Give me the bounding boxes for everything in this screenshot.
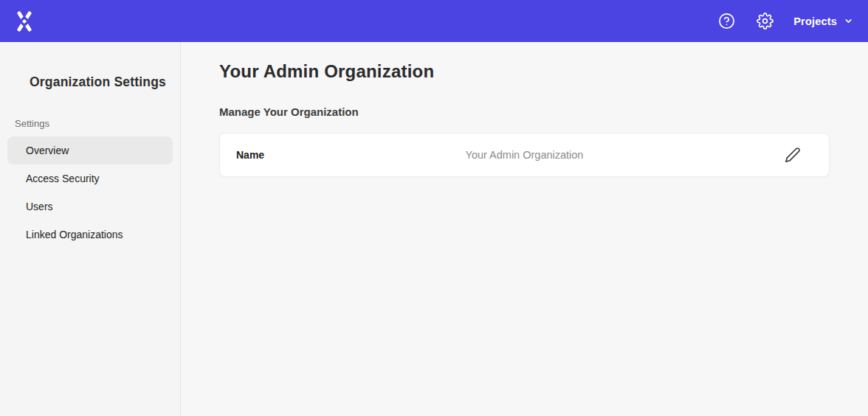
help-button[interactable] [717,12,736,31]
sidebar-item-label: Users [26,201,53,212]
sidebar-item-linked-organizations[interactable]: Linked Organizations [7,221,173,249]
gear-icon [757,13,774,30]
projects-label: Projects [793,15,837,27]
organization-card: Name Your Admin Organization [219,133,830,177]
page-body: Organization Settings Settings Overview … [0,42,868,416]
pencil-icon [785,147,801,163]
main-content: Your Admin Organization Manage Your Orga… [181,42,868,416]
topbar: Projects [0,0,868,42]
sidebar-item-users[interactable]: Users [7,193,173,221]
field-value: Your Admin Organization [220,149,829,161]
sidebar-item-access-security[interactable]: Access Security [7,164,173,193]
sidebar: Organization Settings Settings Overview … [0,42,181,416]
field-row: Name Your Admin Organization [220,134,829,176]
sidebar-item-label: Overview [26,145,69,156]
help-circle-icon [718,13,735,30]
sidebar-item-overview[interactable]: Overview [7,136,173,164]
brand-x-logo[interactable] [12,9,37,34]
sidebar-item-label: Access Security [26,173,100,184]
sidebar-title: Organization Settings [0,74,180,90]
sidebar-item-label: Linked Organizations [26,229,123,240]
projects-dropdown[interactable]: Projects [793,15,853,27]
page-title: Your Admin Organization [219,61,830,82]
sidebar-nav: Overview Access Security Users Linked Or… [0,136,180,249]
field-label: Name [236,149,264,161]
settings-button[interactable] [755,12,774,31]
sidebar-section-label: Settings [0,118,180,129]
section-title: Manage Your Organization [219,105,830,118]
chevron-down-icon [844,16,853,26]
edit-button[interactable] [783,145,802,164]
brand-x-logo-glyph [13,10,36,33]
topbar-actions: Projects [717,12,853,31]
